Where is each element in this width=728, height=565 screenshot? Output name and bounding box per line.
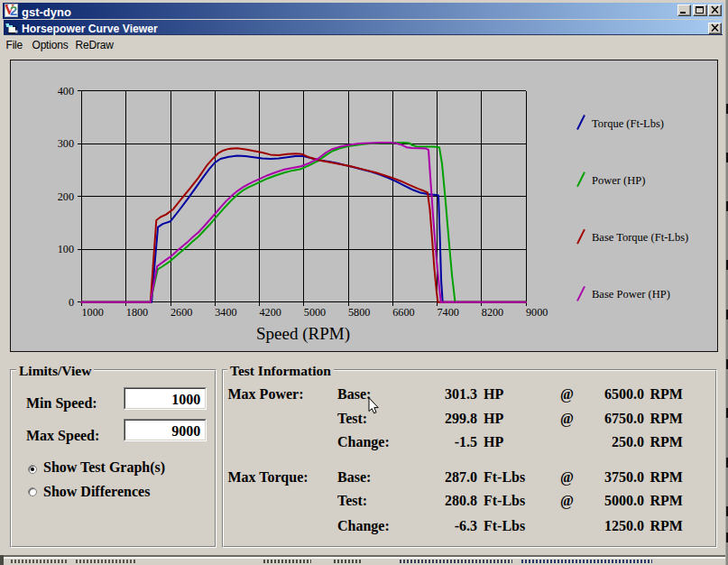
svg-text:Power (HP): Power (HP) [592,174,645,187]
svg-text:100: 100 [58,243,74,255]
svg-text:400: 400 [58,85,74,97]
svg-text:7400: 7400 [438,306,459,319]
svg-text:4200: 4200 [260,306,281,319]
svg-text:1800: 1800 [126,306,148,319]
svg-text:1000: 1000 [82,306,104,319]
svg-text:Torque (Ft-Lbs): Torque (Ft-Lbs) [592,117,664,130]
svg-text:3400: 3400 [215,306,236,319]
svg-text:6600: 6600 [392,306,414,319]
svg-text:Base Torque (Ft-Lbs): Base Torque (Ft-Lbs) [592,231,688,244]
svg-text:8200: 8200 [482,306,503,319]
svg-text:5000: 5000 [304,306,326,319]
svg-text:Base Power (HP): Base Power (HP) [592,288,670,301]
svg-text:300: 300 [58,137,74,150]
svg-text:2600: 2600 [170,306,192,319]
svg-text:5800: 5800 [348,306,370,319]
svg-text:200: 200 [58,190,74,203]
svg-text:9000: 9000 [526,306,548,319]
svg-text:Speed (RPM): Speed (RPM) [256,324,350,344]
svg-text:0: 0 [69,296,74,309]
